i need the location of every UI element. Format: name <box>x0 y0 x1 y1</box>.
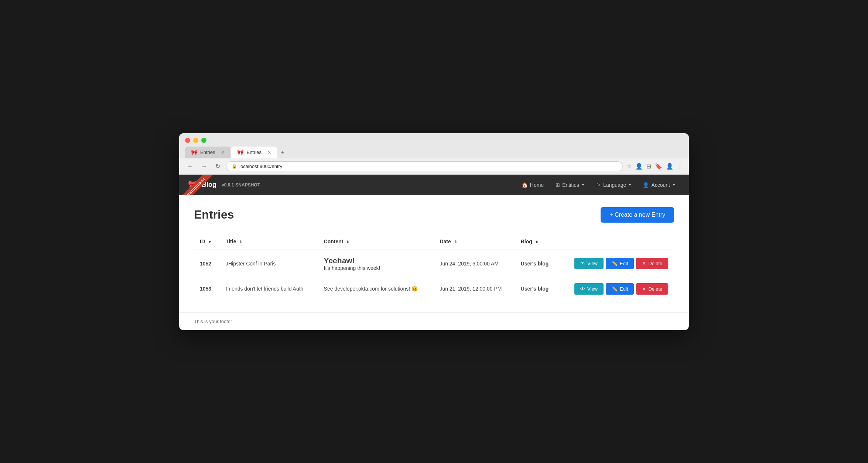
tab-label-2: Entries <box>246 150 261 155</box>
tab-entries-1[interactable]: 🎀 Entries ✕ <box>185 147 230 158</box>
home-icon: 🏠 <box>522 182 528 188</box>
edit-icon-0: ✏️ <box>612 261 618 266</box>
lock-icon: 🔒 <box>232 164 237 169</box>
cell-actions-1: 👁 View ✏️ Edit ✕ Delete <box>558 277 674 301</box>
cell-content-1: See developer.okta.com for solutions! 😀 <box>318 277 434 301</box>
extension-icon-1[interactable]: 👤 <box>635 163 643 170</box>
view-button-1[interactable]: 👁 View <box>574 283 604 295</box>
app-brand: 🎀 Blog v0.0.1-SNAPSHOT <box>188 180 260 190</box>
col-content[interactable]: Content ⇕ <box>318 233 434 250</box>
col-actions <box>558 233 674 250</box>
nav-account[interactable]: 👤 Account ▾ <box>638 179 680 191</box>
page-title: Entries <box>194 208 234 222</box>
delete-icon-0: ✕ <box>642 261 646 266</box>
delete-button-0[interactable]: ✕ Delete <box>636 258 668 269</box>
cell-id-1: 1053 <box>194 277 220 301</box>
view-icon-0: 👁 <box>580 261 585 266</box>
view-button-0[interactable]: 👁 View <box>574 258 604 269</box>
col-date[interactable]: Date ⇕ <box>434 233 515 250</box>
col-blog[interactable]: Blog ⇕ <box>515 233 558 250</box>
cell-title-1: Friends don't let friends build Auth <box>220 277 318 301</box>
bookmark-icon[interactable]: ☆ <box>626 163 632 170</box>
extension-icon-3[interactable]: 🔖 <box>655 163 662 170</box>
language-icon: 🏳 <box>596 182 601 188</box>
entities-icon: ⊞ <box>556 182 560 188</box>
col-id[interactable]: ID ▼ <box>194 233 220 250</box>
title-sort-icon: ⇕ <box>239 240 242 244</box>
tab-entries-2[interactable]: 🎀 Entries ✕ <box>231 147 277 158</box>
col-title-label: Title <box>226 239 236 244</box>
tab-icon-1: 🎀 <box>191 150 197 155</box>
view-icon-1: 👁 <box>580 286 585 292</box>
table-row: 1052 JHipster Conf in Paris Yeehaw! It's… <box>194 250 674 277</box>
brand-version: v0.0.1-SNAPSHOT <box>222 182 260 188</box>
nav-language[interactable]: 🏳 Language ▾ <box>591 179 636 191</box>
menu-icon[interactable]: ⋮ <box>677 163 683 170</box>
profile-icon[interactable]: 👤 <box>666 163 673 170</box>
delete-icon-1: ✕ <box>642 286 646 292</box>
main-nav: 🏠 Home ⊞ Entities ▾ 🏳 Language ▾ 👤 Accou… <box>516 179 680 191</box>
content-sort-icon: ⇕ <box>346 240 349 244</box>
col-blog-label: Blog <box>521 239 532 244</box>
tab-label-1: Entries <box>200 150 215 155</box>
col-date-label: Date <box>440 239 451 244</box>
entries-table: ID ▼ Title ⇕ Content ⇕ Date ⇕ <box>194 233 674 301</box>
nav-language-label: Language <box>603 182 626 188</box>
nav-entities-label: Entities <box>562 182 579 188</box>
cell-title-0: JHipster Conf in Paris <box>220 250 318 277</box>
nav-entities[interactable]: ⊞ Entities ▾ <box>550 179 589 191</box>
cell-blog-1: User's blog <box>515 277 558 301</box>
nav-account-label: Account <box>651 182 670 188</box>
minimize-button[interactable] <box>193 138 198 143</box>
col-title[interactable]: Title ⇕ <box>220 233 318 250</box>
id-sort-icon: ▼ <box>208 240 212 244</box>
cell-date-0: Jun 24, 2019, 6:00:00 AM <box>434 250 515 277</box>
reload-button[interactable]: ↻ <box>213 162 222 171</box>
tab-close-1[interactable]: ✕ <box>221 150 225 155</box>
edit-button-1[interactable]: ✏️ Edit <box>606 283 634 295</box>
delete-button-1[interactable]: ✕ Delete <box>636 283 668 295</box>
cell-id-0: 1052 <box>194 250 220 277</box>
blog-sort-icon: ⇕ <box>535 240 538 244</box>
forward-button[interactable]: → <box>199 162 209 170</box>
maximize-button[interactable] <box>201 138 206 143</box>
cell-actions-0: 👁 View ✏️ Edit ✕ Delete <box>558 250 674 277</box>
url-display: localhost:9000/entry <box>239 164 282 169</box>
cell-content-0: Yeehaw! It's happening this week! <box>318 250 434 277</box>
footer-text: This is your footer <box>194 319 232 324</box>
new-tab-button[interactable]: + <box>278 148 288 158</box>
cell-blog-0: User's blog <box>515 250 558 277</box>
nav-home[interactable]: 🏠 Home <box>516 179 549 191</box>
col-id-label: ID <box>200 239 205 244</box>
nav-home-label: Home <box>530 182 544 188</box>
brand-name: Blog <box>202 181 216 189</box>
edit-button-0[interactable]: ✏️ Edit <box>606 258 634 269</box>
app-footer: This is your footer <box>179 312 689 330</box>
account-icon: 👤 <box>643 182 649 188</box>
tab-icon-2: 🎀 <box>237 150 243 155</box>
extension-icon-2[interactable]: ⊟ <box>646 163 651 170</box>
tab-close-2[interactable]: ✕ <box>267 150 271 155</box>
edit-icon-1: ✏️ <box>612 286 618 292</box>
entities-chevron-icon: ▾ <box>582 183 584 187</box>
account-chevron-icon: ▾ <box>673 183 675 187</box>
cell-date-1: Jun 21, 2019, 12:00:00 PM <box>434 277 515 301</box>
close-button[interactable] <box>185 138 190 143</box>
date-sort-icon: ⇕ <box>454 240 457 244</box>
table-row: 1053 Friends don't let friends build Aut… <box>194 277 674 301</box>
brand-logo-icon: 🎀 <box>188 180 198 190</box>
language-chevron-icon: ▾ <box>629 183 631 187</box>
back-button[interactable]: ← <box>185 162 195 170</box>
create-entry-button[interactable]: + Create a new Entry <box>601 207 674 223</box>
col-content-label: Content <box>324 239 344 244</box>
